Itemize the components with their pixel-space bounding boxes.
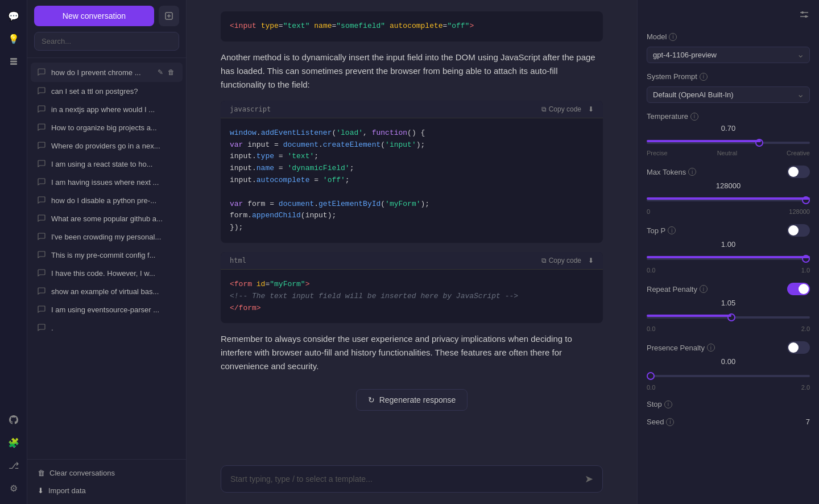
conversation-icon <box>38 323 47 332</box>
seed-info-icon[interactable]: i <box>666 418 674 426</box>
system-prompt-section: System Prompt i Default (OpenAI Built-In… <box>647 72 810 103</box>
temp-neutral-label: Neutral <box>717 150 737 156</box>
presence-penalty-toggle[interactable] <box>787 341 810 354</box>
regen-label: Regenerate response <box>379 395 456 404</box>
conversation-item[interactable]: I am having issues where next ... ✎ 🗑 <box>31 173 183 191</box>
chat-nav-icon[interactable]: 💬 <box>5 7 23 25</box>
conversation-item[interactable]: how do I disable a python pre-... ✎ 🗑 <box>31 191 183 209</box>
copy-js-label: Copy code <box>549 105 581 113</box>
main-content: <input type="text" name="somefield" auto… <box>187 0 637 504</box>
presence-penalty-slider[interactable] <box>647 375 810 377</box>
chat-area: <input type="text" name="somefield" auto… <box>187 0 637 458</box>
max-tokens-slider[interactable] <box>647 199 810 201</box>
prose-text-1: Another method is to dynamically insert … <box>221 51 603 92</box>
conversation-item[interactable]: how do I prevent chrome ... ✎ 🗑 <box>31 63 183 82</box>
temperature-slider[interactable] <box>647 142 810 144</box>
sliders-icon[interactable] <box>799 9 810 23</box>
icon-bar: 💬 💡 🧩 ⎇ ⚙ <box>0 0 27 504</box>
search-input[interactable] <box>34 32 179 51</box>
edit-conversation-button[interactable]: ✎ <box>156 67 164 77</box>
layers-icon[interactable] <box>5 52 23 71</box>
conversation-actions: ✎ 🗑 <box>156 67 176 77</box>
conversation-text: how do I disable a python pre-... <box>51 196 176 205</box>
github-icon[interactable] <box>5 411 23 429</box>
conversation-item[interactable]: in a nextjs app where would I ... ✎ 🗑 <box>31 100 183 118</box>
top-p-info-icon[interactable]: i <box>668 226 676 234</box>
max-tokens-toggle[interactable] <box>787 166 810 178</box>
temperature-info-icon[interactable]: i <box>690 113 698 121</box>
js-code-actions: ⧉ Copy code ⬇ <box>541 105 594 113</box>
repeat-penalty-slider[interactable] <box>647 316 810 319</box>
repeat-penalty-toggle[interactable] <box>787 283 810 295</box>
conversation-item[interactable]: can I set a ttl on postgres? ✎ 🗑 <box>31 82 183 100</box>
lightbulb-icon[interactable]: 💡 <box>5 30 23 48</box>
model-section: Model i gpt-4-1106-preview gpt-4 gpt-3.5… <box>647 32 810 63</box>
conversation-icon <box>38 268 47 278</box>
js-code-body: window.addEventListener('load', function… <box>221 118 603 243</box>
top-p-header: Top P i <box>647 224 810 237</box>
conversation-icon <box>38 86 47 96</box>
presence-penalty-slider-container <box>647 369 810 379</box>
conversation-item[interactable]: What are some popular github a... ✎ 🗑 <box>31 209 183 228</box>
download-icon: ⬇ <box>588 105 594 113</box>
repeat-penalty-info-icon[interactable]: i <box>700 285 708 293</box>
presence-penalty-info-icon[interactable]: i <box>707 344 715 352</box>
trash-icon: 🗑 <box>38 469 45 477</box>
system-prompt-info-icon[interactable]: i <box>700 73 708 81</box>
system-prompt-label: System Prompt i <box>647 72 810 81</box>
compose-icon-button[interactable] <box>159 6 179 26</box>
new-conversation-button[interactable]: New conversation <box>34 6 154 26</box>
conversation-text: Where do providers go in a nex... <box>51 142 176 150</box>
conversation-text: how do I prevent chrome ... <box>51 68 152 77</box>
delete-conversation-button[interactable]: 🗑 <box>167 67 176 77</box>
send-button[interactable]: ➤ <box>585 473 593 485</box>
top-p-slider-container <box>647 252 810 262</box>
download-html-button[interactable]: ⬇ <box>588 257 594 265</box>
stop-info-icon[interactable]: i <box>664 400 672 408</box>
top-p-toggle[interactable] <box>787 224 810 237</box>
conversation-item[interactable]: This is my pre-commit config f... ✎ 🗑 <box>31 246 183 264</box>
copy-html-button[interactable]: ⧉ Copy code <box>541 257 581 265</box>
presence-penalty-header: Presence Penalty i <box>647 341 810 354</box>
conversation-item[interactable]: I've been crowding my personal... ✎ 🗑 <box>31 228 183 246</box>
temperature-header: Temperature i <box>647 112 810 121</box>
conversation-icon <box>38 141 47 150</box>
copy-js-button[interactable]: ⧉ Copy code <box>541 105 581 113</box>
right-panel: Model i gpt-4-1106-preview gpt-4 gpt-3.5… <box>637 0 819 504</box>
settings-icon[interactable]: ⚙ <box>5 479 23 497</box>
conversation-item[interactable]: I have this code. However, I w... ✎ 🗑 <box>31 264 183 282</box>
conversation-item[interactable]: How to organize big projects a... ✎ 🗑 <box>31 118 183 137</box>
max-tokens-info-icon[interactable]: i <box>688 168 696 176</box>
chat-input[interactable] <box>230 474 585 484</box>
conversation-item[interactable]: Where do providers go in a nex... ✎ 🗑 <box>31 137 183 155</box>
temp-creative-label: Creative <box>787 150 810 156</box>
conversation-icon <box>38 123 47 132</box>
model-info-icon[interactable]: i <box>669 33 677 41</box>
conversation-item[interactable]: . ✎ 🗑 <box>31 319 183 337</box>
conversation-text: can I set a ttl on postgres? <box>51 87 176 96</box>
max-tokens-slider-container <box>647 193 810 204</box>
temp-precise-label: Precise <box>647 150 668 156</box>
clear-conversations-label: Clear conversations <box>49 469 115 477</box>
html-code-block: html ⧉ Copy code ⬇ <form id="myForm"> <!… <box>221 252 603 323</box>
top-p-slider[interactable] <box>647 258 810 260</box>
html-lang-label: html <box>230 257 246 265</box>
stop-section: Stop i <box>647 400 810 408</box>
system-prompt-select[interactable]: Default (OpenAI Built-In) Custom <box>647 86 810 103</box>
conversation-item[interactable]: show an example of virtual bas... ✎ 🗑 <box>31 282 183 300</box>
seed-label: Seed i <box>647 418 674 426</box>
send-icon: ➤ <box>585 473 593 485</box>
conversation-item[interactable]: I am using eventsource-parser ... ✎ 🗑 <box>31 300 183 319</box>
puzzle-icon[interactable]: 🧩 <box>5 433 23 452</box>
regenerate-button[interactable]: ↻ Regenerate response <box>356 389 468 411</box>
import-data-item[interactable]: ⬇ Import data <box>34 482 179 499</box>
git-icon[interactable]: ⎇ <box>5 456 23 474</box>
conversation-icon <box>38 196 47 205</box>
conversation-item[interactable]: I am using a react state to ho... ✎ 🗑 <box>31 155 183 173</box>
stop-label: Stop i <box>647 400 810 408</box>
clear-conversations-item[interactable]: 🗑 Clear conversations <box>34 464 179 482</box>
model-select[interactable]: gpt-4-1106-preview gpt-4 gpt-3.5-turbo <box>647 47 810 63</box>
download-js-button[interactable]: ⬇ <box>588 105 594 113</box>
repeat-penalty-min-label: 0.0 <box>647 325 655 332</box>
top-p-section: Top P i 1.00 0.0 1.0 <box>647 224 810 274</box>
